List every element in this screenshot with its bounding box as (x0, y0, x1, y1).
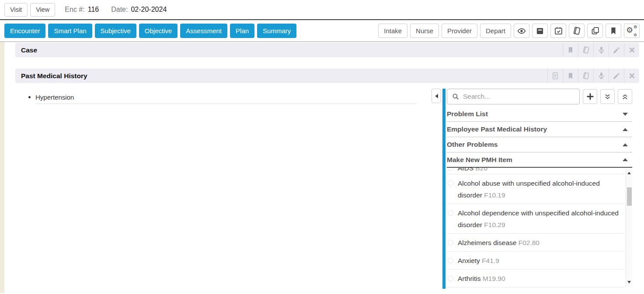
panel-collapse-button[interactable] (432, 89, 441, 103)
book-button[interactable] (569, 24, 585, 38)
objective-tab-button[interactable]: Objective (139, 24, 178, 38)
group-make-new-pmh[interactable]: Make New PMH Item (447, 152, 632, 168)
option-code: M19.90 (483, 275, 505, 282)
main-toolbar: Encounter Smart Plan Subjective Objectiv… (0, 20, 644, 42)
option-code: F10.29 (484, 221, 505, 228)
case-bookmark-button[interactable] (563, 43, 578, 57)
case-section-header: Case (15, 43, 639, 57)
pmh-option[interactable]: Alcohol abuse with unspecified alcohol-i… (447, 174, 625, 204)
item-divider (35, 104, 417, 104)
left-margin-strip (0, 42, 4, 293)
pmh-item-text: Hypertension (35, 93, 74, 101)
triangle-up-icon (627, 172, 631, 174)
intake-button[interactable]: Intake (378, 24, 407, 38)
date-value: 02-20-2024 (131, 6, 167, 14)
scroll-up-button[interactable] (626, 169, 632, 177)
microphone-icon (597, 46, 606, 54)
date-label: Date: (111, 6, 128, 14)
pmh-option[interactable]: Alcohol dependence with unspecified alco… (447, 204, 625, 234)
visit-button[interactable]: Visit (4, 3, 28, 17)
case-edit-button[interactable] (609, 43, 624, 57)
radio-unselected-icon[interactable] (448, 210, 453, 216)
radio-unselected-icon[interactable] (448, 180, 453, 186)
caret-up-icon (623, 143, 628, 146)
pmh-option[interactable]: Arthritis M19.90 (447, 270, 625, 287)
assessment-tab-button[interactable]: Assessment (180, 24, 227, 38)
smart-plan-tab-button[interactable]: Smart Plan (48, 24, 92, 38)
pmh-options-list: AIDS B20 Alcohol abuse with unspecified … (447, 168, 632, 289)
scrollbar[interactable] (626, 168, 632, 287)
search-box (447, 89, 580, 104)
case-dictate-button[interactable] (593, 43, 609, 57)
search-input[interactable] (463, 93, 575, 100)
radio-unselected-icon[interactable] (448, 276, 453, 281)
group-label: Problem List (447, 110, 488, 118)
toolbar-right-group: Intake Nurse Provider Depart (378, 24, 640, 38)
calendar-check-icon (554, 26, 563, 35)
bookmark-icon (567, 46, 574, 54)
group-label: Employee Past Medical History (447, 125, 547, 133)
caret-up-icon (623, 128, 628, 131)
case-close-button[interactable] (624, 43, 639, 57)
file-text-icon (551, 72, 559, 80)
encounter-tab-button[interactable]: Encounter (4, 24, 45, 38)
search-icon (452, 93, 460, 100)
radio-unselected-icon[interactable] (448, 258, 453, 263)
add-item-button[interactable] (583, 89, 597, 104)
nav-button-group: Encounter Smart Plan Subjective Objectiv… (4, 24, 296, 38)
scroll-down-button[interactable] (626, 278, 632, 286)
bookmark-icon (567, 72, 574, 80)
pmh-book-button[interactable] (578, 69, 593, 83)
summary-tab-button[interactable]: Summary (257, 24, 296, 38)
book-icon (572, 26, 581, 35)
triangle-down-icon (627, 281, 631, 284)
provider-button[interactable]: Provider (442, 24, 477, 38)
pmh-list-item: Hypertension (28, 90, 417, 104)
close-icon (628, 72, 636, 80)
pmh-option[interactable]: Alzheimers disease F02.80 (447, 234, 625, 252)
pmh-option[interactable]: Anxiety F41.9 (447, 252, 625, 270)
pmh-close-button[interactable] (624, 69, 639, 83)
settings-button[interactable]: ⚙⚙⚙ (624, 24, 640, 38)
group-other-problems[interactable]: Other Problems (447, 137, 632, 152)
pmh-dictate-button[interactable] (593, 69, 609, 83)
pmh-edit-button[interactable] (609, 69, 624, 83)
depart-button[interactable]: Depart (480, 24, 511, 38)
pmh-note-button[interactable] (547, 69, 563, 83)
option-name: Alcohol abuse with unspecified alcohol-i… (458, 180, 600, 199)
pmh-section-title: Past Medical History (21, 72, 87, 80)
enc-label: Enc #: (65, 6, 84, 14)
pmh-picker-panel: Problem List Employee Past Medical Histo… (442, 89, 632, 289)
group-employee-pmh[interactable]: Employee Past Medical History (447, 122, 632, 137)
case-section-actions (563, 43, 639, 57)
encounter-info: Enc #: 116 Date: 02-20-2024 (65, 6, 167, 14)
pmh-option-clipped[interactable]: AIDS B20 (447, 168, 625, 174)
radio-unselected-icon[interactable] (448, 240, 453, 246)
option-code: B20 (476, 168, 488, 172)
eye-button[interactable] (514, 24, 529, 38)
archive-button[interactable] (532, 24, 548, 38)
pmh-bookmark-button[interactable] (563, 69, 578, 83)
visit-header-bar: Visit View Enc #: 116 Date: 02-20-2024 (0, 0, 644, 20)
radio-unselected-icon[interactable] (448, 168, 453, 171)
enc-value: 116 (88, 6, 99, 14)
subjective-tab-button[interactable]: Subjective (95, 24, 136, 38)
calendar-button[interactable] (550, 24, 566, 38)
expand-all-button[interactable] (618, 89, 632, 104)
view-button[interactable]: View (30, 3, 55, 17)
copy-button[interactable] (587, 24, 603, 38)
option-name: Alzheimers disease (458, 239, 516, 246)
group-problem-list[interactable]: Problem List (447, 107, 632, 122)
bookmark-button[interactable] (606, 24, 621, 38)
gears-icon: ⚙⚙⚙ (626, 26, 637, 36)
nurse-button[interactable]: Nurse (410, 24, 439, 38)
case-book-button[interactable] (578, 43, 593, 57)
plan-tab-button[interactable]: Plan (230, 24, 254, 38)
case-section-title: Case (21, 46, 37, 54)
pmh-section-actions (547, 69, 639, 83)
close-icon (628, 46, 636, 54)
microphone-icon (597, 72, 606, 80)
copy-icon (591, 26, 600, 35)
scrollbar-thumb[interactable] (627, 187, 632, 206)
collapse-all-button[interactable] (600, 89, 615, 104)
